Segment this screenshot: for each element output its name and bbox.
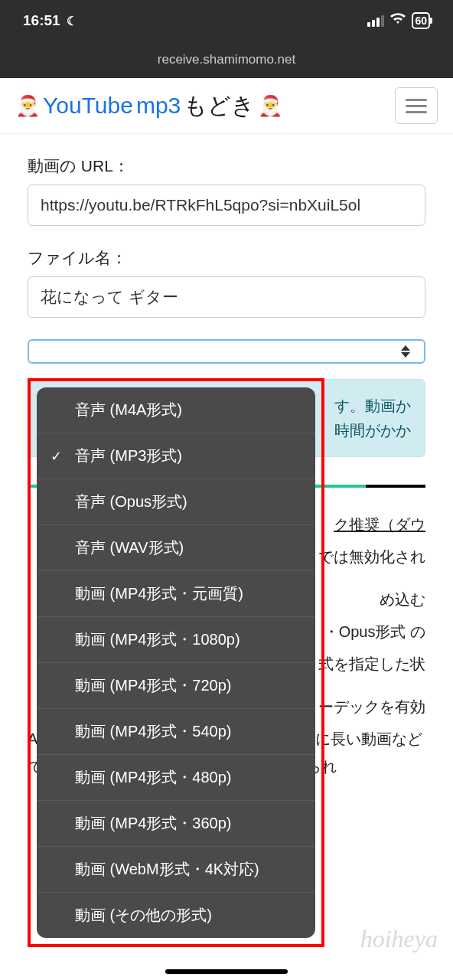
dropdown-item-mp3[interactable]: 音声 (MP3形式) [37, 433, 315, 479]
home-indicator[interactable] [165, 969, 288, 974]
moon-icon: ☾ [67, 14, 77, 28]
page-header: 🎅 YouTube mp3 もどき 🎅 [0, 78, 453, 134]
status-time: 16:51 [23, 12, 60, 29]
dropdown-item-mp4-480[interactable]: 動画 (MP4形式・480p) [37, 755, 315, 801]
option-link-1: ク推奨（ダウ [334, 516, 425, 533]
dropdown-item-m4a[interactable]: 音声 (M4A形式) [37, 387, 315, 433]
logo-mp3: mp3 [136, 93, 181, 119]
logo-youtube: YouTube [43, 93, 133, 119]
battery-level: 60 [415, 15, 427, 27]
battery-indicator: 60 [412, 12, 430, 29]
dropdown-item-webm[interactable]: 動画 (WebM形式・4K対応) [37, 847, 315, 893]
logo-suffix: もどき [184, 90, 255, 122]
status-bar: 16:51 ☾ 60 [0, 0, 453, 41]
dropdown-item-mp4-540[interactable]: 動画 (MP4形式・540p) [37, 709, 315, 755]
dropdown-item-wav[interactable]: 音声 (WAV形式) [37, 525, 315, 571]
dropdown-item-mp4-orig[interactable]: 動画 (MP4形式・元画質) [37, 571, 315, 617]
filename-input[interactable] [28, 276, 425, 318]
wifi-icon [390, 13, 406, 29]
dropdown-item-mp4-720[interactable]: 動画 (MP4形式・720p) [37, 663, 315, 709]
select-arrows-icon [401, 345, 410, 358]
url-input[interactable] [28, 185, 425, 226]
browser-domain: receive.shamimomo.net [158, 52, 295, 67]
hamburger-menu-button[interactable] [395, 87, 438, 124]
watermark: hoiheya [360, 925, 438, 953]
status-indicators: 60 [367, 12, 430, 29]
santa-emoji-icon: 🎅 [258, 94, 282, 118]
format-dropdown-menu: 音声 (M4A形式) 音声 (MP3形式) 音声 (Opus形式) 音声 (WA… [37, 387, 315, 938]
format-select[interactable] [28, 339, 425, 364]
filename-label: ファイル名： [28, 247, 425, 269]
dropdown-item-other[interactable]: 動画 (その他の形式) [37, 893, 315, 938]
dropdown-item-opus[interactable]: 音声 (Opus形式) [37, 479, 315, 525]
logo-area[interactable]: 🎅 YouTube mp3 もどき 🎅 [15, 90, 282, 122]
dropdown-highlight-box: 音声 (M4A形式) 音声 (MP3形式) 音声 (Opus形式) 音声 (WA… [28, 378, 324, 947]
status-time-area: 16:51 ☾ [23, 12, 77, 29]
signal-icon [367, 15, 384, 27]
dropdown-item-mp4-360[interactable]: 動画 (MP4形式・360p) [37, 801, 315, 847]
santa-hat-icon: 🎅 [15, 94, 40, 118]
dropdown-item-mp4-1080[interactable]: 動画 (MP4形式・1080p) [37, 617, 315, 663]
browser-url-bar[interactable]: receive.shamimomo.net [0, 41, 453, 78]
url-label: 動画の URL： [28, 155, 425, 177]
